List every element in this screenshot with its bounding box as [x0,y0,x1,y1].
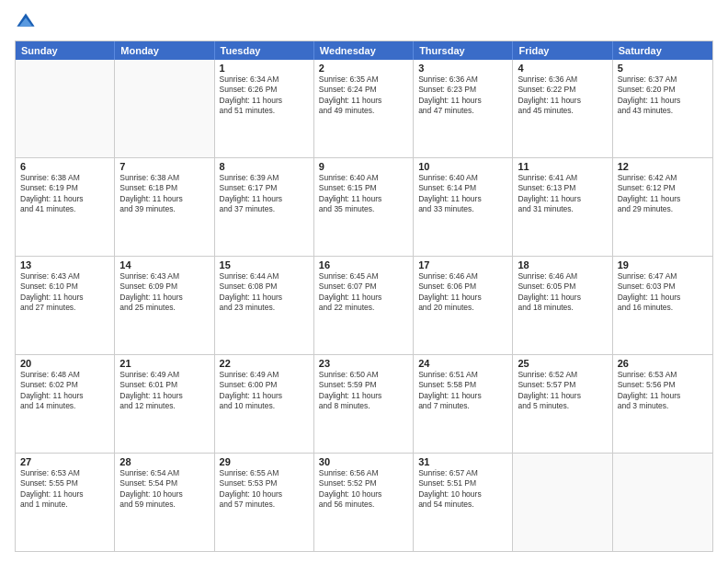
day-cell-15: 15Sunrise: 6:44 AMSunset: 6:08 PMDayligh… [215,257,314,354]
line2: Sunset: 6:09 PM [119,282,209,292]
line3: Daylight: 11 hours [20,194,109,204]
day-cell-27: 27Sunrise: 6:53 AMSunset: 5:55 PMDayligh… [16,454,115,551]
line1: Sunrise: 6:39 AM [220,173,309,183]
line3: Daylight: 11 hours [618,194,708,204]
line4: and 43 minutes. [618,106,708,116]
line1: Sunrise: 6:49 AM [119,370,209,380]
line2: Sunset: 6:22 PM [518,85,607,95]
day-number: 6 [20,161,109,172]
day-cell-30: 30Sunrise: 6:56 AMSunset: 5:52 PMDayligh… [314,454,414,551]
day-number: 21 [119,358,209,369]
line4: and 22 minutes. [319,303,408,313]
empty-cell [115,60,214,157]
empty-cell [16,60,115,157]
line1: Sunrise: 6:57 AM [418,468,507,478]
line1: Sunrise: 6:42 AM [618,173,708,183]
line4: and 20 minutes. [418,303,507,313]
day-number: 8 [220,161,309,172]
line2: Sunset: 5:54 PM [119,478,209,488]
calendar: SundayMondayTuesdayWednesdayThursdayFrid… [15,40,713,552]
day-number: 4 [518,63,607,74]
day-number: 11 [518,161,607,172]
day-number: 9 [319,161,408,172]
day-number: 2 [319,63,408,74]
day-cell-12: 12Sunrise: 6:42 AMSunset: 6:12 PMDayligh… [613,158,712,256]
day-cell-17: 17Sunrise: 6:46 AMSunset: 6:06 PMDayligh… [414,257,513,354]
line1: Sunrise: 6:54 AM [119,468,209,478]
line4: and 51 minutes. [220,106,309,116]
line2: Sunset: 6:02 PM [20,380,109,390]
day-number: 22 [220,358,309,369]
line3: Daylight: 11 hours [119,194,209,204]
line3: Daylight: 11 hours [220,96,309,106]
day-number: 3 [418,63,507,74]
line3: Daylight: 11 hours [418,96,507,106]
line1: Sunrise: 6:35 AM [319,75,408,85]
line1: Sunrise: 6:45 AM [319,271,408,282]
line2: Sunset: 6:19 PM [20,183,109,193]
empty-cell [513,454,612,551]
line4: and 45 minutes. [518,106,607,116]
line2: Sunset: 5:58 PM [418,380,507,390]
line3: Daylight: 11 hours [220,293,309,303]
line3: Daylight: 11 hours [220,194,309,204]
day-header-thursday: Thursday [414,41,513,60]
day-cell-21: 21Sunrise: 6:49 AMSunset: 6:01 PMDayligh… [115,355,214,453]
line1: Sunrise: 6:43 AM [119,271,209,282]
day-number: 18 [518,259,607,270]
line3: Daylight: 11 hours [518,194,607,204]
line4: and 33 minutes. [418,204,507,214]
line4: and 35 minutes. [319,204,408,214]
day-cell-6: 6Sunrise: 6:38 AMSunset: 6:19 PMDaylight… [16,158,115,256]
line1: Sunrise: 6:40 AM [418,173,507,183]
line4: and 49 minutes. [319,106,408,116]
day-cell-25: 25Sunrise: 6:52 AMSunset: 5:57 PMDayligh… [513,355,612,453]
day-header-tuesday: Tuesday [215,41,314,60]
day-number: 15 [220,259,309,270]
line3: Daylight: 11 hours [319,194,408,204]
day-cell-1: 1Sunrise: 6:34 AMSunset: 6:26 PMDaylight… [215,60,314,157]
day-cell-28: 28Sunrise: 6:54 AMSunset: 5:54 PMDayligh… [115,454,214,551]
day-cell-26: 26Sunrise: 6:53 AMSunset: 5:56 PMDayligh… [613,355,712,453]
line3: Daylight: 11 hours [20,293,109,303]
day-number: 29 [220,456,309,467]
line4: and 37 minutes. [220,204,309,214]
line2: Sunset: 6:24 PM [319,85,408,95]
day-number: 28 [119,456,209,467]
day-cell-3: 3Sunrise: 6:36 AMSunset: 6:23 PMDaylight… [414,60,513,157]
line4: and 31 minutes. [518,204,607,214]
line4: and 7 minutes. [418,401,507,411]
day-cell-9: 9Sunrise: 6:40 AMSunset: 6:15 PMDaylight… [314,158,414,256]
line3: Daylight: 10 hours [418,489,507,500]
line2: Sunset: 6:00 PM [220,380,309,390]
line4: and 25 minutes. [119,303,209,313]
line4: and 56 minutes. [319,500,408,510]
day-cell-14: 14Sunrise: 6:43 AMSunset: 6:09 PMDayligh… [115,257,214,354]
day-header-wednesday: Wednesday [314,41,414,60]
line4: and 5 minutes. [518,401,607,411]
line3: Daylight: 11 hours [518,391,607,401]
line1: Sunrise: 6:43 AM [20,271,109,282]
line1: Sunrise: 6:50 AM [319,370,408,380]
line4: and 59 minutes. [119,500,209,510]
day-number: 25 [518,358,607,369]
line4: and 1 minute. [20,500,109,510]
line3: Daylight: 11 hours [119,293,209,303]
day-cell-8: 8Sunrise: 6:39 AMSunset: 6:17 PMDaylight… [215,158,314,256]
line3: Daylight: 11 hours [418,391,507,401]
calendar-week-5: 27Sunrise: 6:53 AMSunset: 5:55 PMDayligh… [16,453,712,551]
calendar-week-4: 20Sunrise: 6:48 AMSunset: 6:02 PMDayligh… [16,354,712,453]
line4: and 57 minutes. [220,500,309,510]
line1: Sunrise: 6:51 AM [418,370,507,380]
line1: Sunrise: 6:38 AM [20,173,109,183]
day-number: 10 [418,161,507,172]
line2: Sunset: 5:57 PM [518,380,607,390]
line3: Daylight: 11 hours [319,293,408,303]
line4: and 16 minutes. [618,303,708,313]
day-number: 27 [20,456,109,467]
logo-icon [15,11,37,33]
line1: Sunrise: 6:52 AM [518,370,607,380]
day-cell-11: 11Sunrise: 6:41 AMSunset: 6:13 PMDayligh… [513,158,612,256]
line1: Sunrise: 6:46 AM [518,271,607,282]
line1: Sunrise: 6:47 AM [618,271,708,282]
